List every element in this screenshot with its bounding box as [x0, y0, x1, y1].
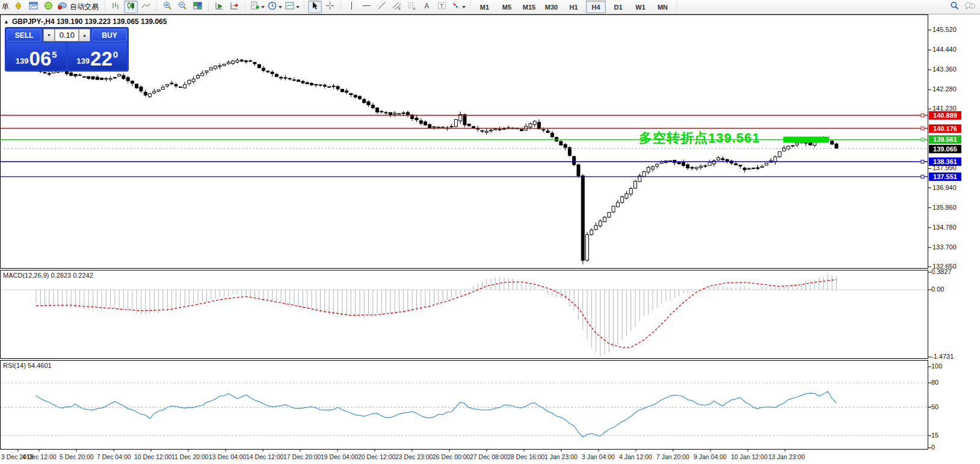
templates-button[interactable] [284, 1, 300, 13]
timeframe-button-m15[interactable]: M15 [519, 1, 539, 13]
clock-icon [267, 1, 277, 13]
date-axis-label: 4 Dec 12:00 [22, 453, 57, 460]
chart-title: ▲ GBPJPY-,H4 139.190 139.223 139.065 139… [4, 17, 167, 26]
price-level-tag: 140.176 [929, 124, 961, 133]
candlestick-mode-button[interactable] [124, 1, 138, 13]
date-axis-label: 13 Jan 23:00 [768, 453, 805, 460]
crosshair-icon [325, 1, 335, 13]
fibonacci-tool-button[interactable]: F [405, 1, 419, 13]
rsi-axis-label: 15 [931, 432, 938, 439]
collapse-arrow-icon[interactable]: ▲ [4, 19, 9, 25]
date-axis-label: 3 Jan 04:00 [582, 453, 615, 460]
sell-price-fraction: 5 [52, 49, 57, 60]
pane-frame [1, 361, 928, 450]
tile-windows-button[interactable] [191, 1, 205, 13]
trendline-tool-button[interactable] [375, 1, 389, 13]
buy-price-pips: 22 [90, 50, 112, 68]
auto-scroll-button[interactable] [212, 1, 226, 13]
timeframe-button-m1[interactable]: M1 [475, 1, 495, 13]
new-order-icon [13, 1, 23, 13]
line-handle[interactable] [921, 175, 924, 178]
one-click-trading-panel: SELL ▼ 0.10 ▲ BUY 139 06 5 139 22 0 [5, 27, 129, 72]
price-axis-label: 135.860 [932, 204, 957, 211]
date-axis-label: 26 Dec 00:00 [433, 453, 470, 460]
line-handle[interactable] [921, 114, 924, 117]
highlight-rectangle[interactable] [783, 136, 829, 142]
horizontal-line-tool-button[interactable] [360, 1, 374, 13]
volume-input[interactable]: 0.10 [55, 29, 79, 41]
market-watch-button[interactable] [26, 1, 40, 13]
rsi-axis-label: 0 [931, 444, 935, 451]
candlesticks [35, 60, 838, 260]
timeframe-button-h4[interactable]: H4 [586, 1, 606, 13]
cursor-tool-button[interactable] [308, 1, 322, 13]
price-level-tag: 137.551 [929, 172, 961, 181]
timeframe-button-mn[interactable]: MN [653, 1, 673, 13]
text-tool-icon: A [422, 1, 432, 13]
zoom-out-button[interactable] [176, 1, 190, 13]
arrows-tool-button[interactable] [450, 1, 466, 13]
autotrade-icon [57, 1, 68, 13]
sell-price-box[interactable]: 139 06 5 [7, 43, 66, 70]
bar-chart-mode-button[interactable] [109, 1, 123, 13]
chart-title-text: GBPJPY-,H4 139.190 139.223 139.065 139.0… [12, 17, 167, 26]
autotrade-button[interactable]: 自动交易 [57, 1, 101, 13]
bar-chart-icon [111, 1, 121, 13]
price-level-tag: 139.561 [929, 135, 961, 144]
timeframe-button-m30[interactable]: M30 [541, 1, 561, 13]
zoom-in-button[interactable] [161, 1, 174, 13]
volume-increase-button[interactable]: ▲ [79, 29, 90, 41]
channel-tool-button[interactable]: E [390, 1, 404, 13]
text-tool-button[interactable]: A [420, 1, 434, 13]
chart-shift-button[interactable] [227, 1, 241, 13]
arrows-shapes-icon [451, 1, 461, 13]
crosshair-tool-button[interactable] [323, 1, 337, 13]
chat-button[interactable] [963, 1, 976, 13]
current-price-tag: 139.065 [929, 145, 961, 153]
buy-price-fraction: 0 [113, 49, 118, 60]
timeframe-button-d1[interactable]: D1 [608, 1, 628, 13]
line-chart-mode-button[interactable] [139, 1, 153, 13]
macd-histogram [36, 273, 836, 356]
toolbar-separator [103, 2, 106, 12]
line-handle[interactable] [921, 127, 924, 130]
toolbar: 单 自动交易 E F A T [0, 0, 980, 14]
volume-decrease-button[interactable]: ▼ [43, 29, 55, 41]
community-button[interactable] [42, 1, 55, 13]
search-icon [949, 1, 960, 13]
price-axis-label: 145.520 [932, 26, 957, 33]
buy-button[interactable]: BUY [92, 29, 127, 41]
line-handle[interactable] [921, 138, 924, 141]
timeframe-button-h1[interactable]: H1 [564, 1, 584, 13]
date-axis-label: 20 Dec 12:00 [358, 453, 395, 460]
chart-canvas[interactable] [0, 0, 980, 464]
price-level-tag: 138.361 [929, 157, 961, 166]
horizontal-line-icon [362, 1, 372, 13]
search-button[interactable] [948, 1, 961, 13]
periods-button[interactable] [267, 1, 283, 13]
zoom-out-icon [177, 1, 188, 13]
chart-shift-icon [229, 1, 239, 13]
menu-text-partial[interactable]: 单 [0, 2, 11, 12]
sell-button[interactable]: SELL [7, 29, 42, 41]
svg-text:T: T [440, 3, 444, 9]
chart-annotation-text[interactable]: 多空转折点139.561 [639, 129, 760, 147]
date-axis-label: 7 Dec 04:00 [97, 453, 131, 460]
line-handle[interactable] [921, 160, 924, 163]
add-indicator-button[interactable] [249, 1, 265, 13]
new-order-button[interactable] [11, 1, 25, 13]
chart-window-icon [28, 1, 39, 13]
macd-axis-label: -1.4731 [931, 353, 954, 360]
tile-windows-icon [193, 1, 203, 13]
buy-price-box[interactable]: 139 22 0 [68, 43, 128, 70]
timeframe-button-m5[interactable]: M5 [497, 1, 517, 13]
dropdown-caret-icon [462, 6, 466, 8]
text-label-tool-button[interactable]: T [435, 1, 449, 13]
chat-icon [964, 1, 976, 13]
date-axis-label: 1 Jan 23:00 [544, 453, 578, 460]
price-axis-label: 133.700 [932, 243, 957, 251]
toolbar-separator [303, 2, 306, 12]
vertical-line-tool-button[interactable] [345, 1, 359, 13]
timeframe-button-w1[interactable]: W1 [630, 1, 650, 13]
date-axis-label: 14 Dec 12:00 [246, 453, 283, 460]
